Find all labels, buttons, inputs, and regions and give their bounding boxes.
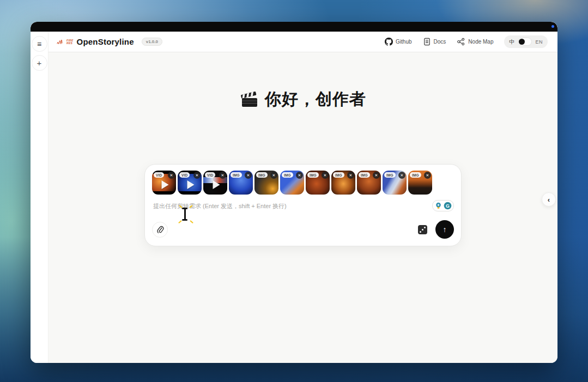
attachment-thumb-video[interactable]: VID ✕ [203,171,227,195]
nav-node-map[interactable]: Node Map [457,38,493,46]
attachment-type-badge: IMG [231,172,242,178]
attachment-thumb-video[interactable]: VID ✕ [152,171,176,195]
play-icon [162,180,169,189]
language-toggle[interactable]: 中 EN [504,35,548,48]
logo-mark: FIRE RES [57,39,74,45]
desktop-wallpaper: ≡ + FIRE RES [0,0,588,382]
attachment-row: VID ✕ VID ✕ VID ✕ [152,171,454,195]
language-toggle-switch[interactable] [518,38,532,46]
panel-collapse-button[interactable]: ‹ [542,192,556,207]
play-icon [213,180,220,189]
attachment-type-badge: VID [154,172,164,178]
attachment-thumb-image[interactable]: IMG ✕ [331,171,355,195]
menu-button[interactable]: ≡ [32,36,47,52]
plus-icon: + [37,58,42,68]
new-project-button[interactable]: + [32,55,47,71]
arrow-up-icon: ↑ [443,225,447,234]
greeting: 你好，创作者 [240,88,366,111]
attachment-type-badge: IMG [333,172,344,178]
remove-attachment-button[interactable]: ✕ [193,172,201,179]
composer-actions-right: ↑ [415,220,454,239]
app-window: ≡ + FIRE RES [31,22,557,363]
main-area: 你好，创作者 VID ✕ VID ✕ [49,52,557,363]
nav-docs-label: Docs [434,39,446,45]
attachment-type-badge: IMG [282,172,293,178]
remove-attachment-button[interactable]: ✕ [398,172,405,179]
dice-icon [418,225,427,234]
attachment-type-badge: IMG [384,172,396,178]
attachment-thumb-image[interactable]: IMG ✕ [229,171,253,195]
remove-attachment-button[interactable]: ✕ [347,172,354,179]
clapperboard-icon [240,91,259,108]
paperclip-icon [156,226,164,234]
hamburger-icon: ≡ [37,40,41,48]
header-nav: Github Docs [385,35,548,48]
nav-github[interactable]: Github [385,38,411,46]
window-body: ≡ + FIRE RES [31,32,557,363]
app-name: OpenStoryline [77,37,134,46]
notification-dot [551,25,554,28]
attachment-type-badge: IMG [307,172,319,178]
remove-attachment-button[interactable]: ✕ [219,172,226,179]
lightbulb-plus-icon [434,202,442,210]
app-logo[interactable]: FIRE RES OpenStoryline v1.0.0 [57,37,162,46]
remove-attachment-button[interactable]: ✕ [424,172,431,179]
logo-mark-line2: RES [66,42,74,45]
attachment-thumb-image[interactable]: IMG ✕ [306,171,330,195]
app-header: FIRE RES OpenStoryline v1.0.0 Githu [49,32,557,52]
nav-node-map-label: Node Map [468,39,493,45]
attachment-thumb-image[interactable]: IMG ✕ [254,171,278,195]
attachment-thumb-image[interactable]: IMG ✕ [357,171,381,195]
logo-mark-text: FIRE RES [66,39,74,45]
attachment-type-badge: IMG [410,172,421,178]
github-icon [385,38,393,46]
remove-attachment-button[interactable]: ✕ [270,172,277,179]
prompt-input-row: G [152,200,454,211]
submit-button[interactable]: ↑ [435,220,454,239]
chevron-left-icon: ‹ [548,196,550,204]
composer-actions: ↑ [152,220,454,239]
svg-text:G: G [446,203,450,209]
attachment-type-badge: IMG [359,172,370,178]
nav-docs[interactable]: Docs [423,38,446,46]
attach-file-button[interactable] [152,222,168,238]
attachment-thumb-image[interactable]: IMG ✕ [280,171,304,195]
left-sidebar: ≡ + [31,32,49,363]
attachment-thumb-image[interactable]: IMG ✕ [408,171,432,195]
grammarly-g-icon: G [444,202,452,210]
nav-github-label: Github [396,39,411,45]
prompt-input[interactable] [153,203,432,209]
remove-attachment-button[interactable]: ✕ [245,172,252,179]
logo-scribble-icon [57,39,66,45]
window-titlebar[interactable] [31,22,557,32]
attachment-thumb-video[interactable]: VID ✕ [178,171,202,195]
attachment-type-badge: VID [205,172,215,178]
remove-attachment-button[interactable]: ✕ [296,172,303,179]
composer-card: VID ✕ VID ✕ VID ✕ [144,164,462,246]
browser-extension-pill[interactable]: G [432,200,454,211]
attachment-thumb-image[interactable]: IMG ✕ [383,171,407,195]
version-badge: v1.0.0 [142,38,162,46]
greeting-text: 你好，创作者 [265,88,366,111]
play-icon [187,180,195,189]
content-column: FIRE RES OpenStoryline v1.0.0 Githu [49,32,557,363]
attachment-type-badge: VID [179,172,190,178]
random-prompt-button[interactable] [415,222,429,237]
attachment-type-badge: IMG [256,172,268,178]
remove-attachment-button[interactable]: ✕ [168,172,175,179]
remove-attachment-button[interactable]: ✕ [373,172,380,179]
remove-attachment-button[interactable]: ✕ [322,172,329,179]
docs-icon [423,38,431,46]
node-map-icon [457,38,465,46]
language-en-label: EN [535,39,543,45]
language-zh-label: 中 [509,38,514,46]
toggle-knob [519,39,525,45]
